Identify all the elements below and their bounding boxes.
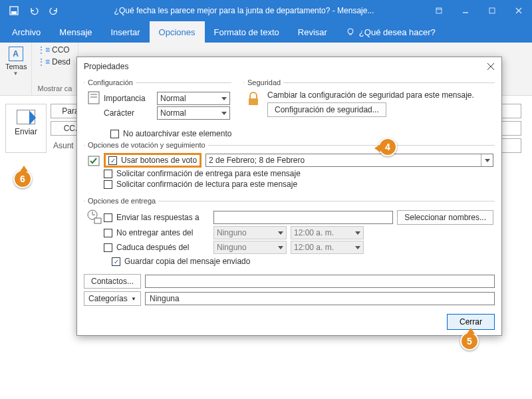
contacts-button[interactable]: Contactos...	[84, 274, 141, 289]
callout-6: 6	[13, 170, 32, 188]
delivery-receipt-checkbox[interactable]	[104, 170, 112, 178]
select-names-button[interactable]: Seleccionar nombres...	[397, 210, 493, 225]
tab-opciones[interactable]: Opciones	[150, 21, 205, 43]
svg-rect-12	[88, 92, 99, 104]
tab-archivo[interactable]: Archivo	[3, 21, 50, 43]
sensitivity-label: Carácter	[104, 108, 152, 118]
security-legend: Seguridad	[245, 78, 283, 86]
save-copy-label: Guardar copia del mensaje enviado	[124, 257, 250, 266]
undo-icon[interactable]	[25, 2, 43, 19]
reply-to-field[interactable]	[213, 211, 393, 224]
show-group-label: Mostrar ca	[37, 84, 72, 92]
importance-combo[interactable]: Normal	[157, 92, 230, 105]
from-label: Desd	[52, 57, 70, 66]
callout-5: 5	[460, 332, 479, 350]
dialog-close-icon[interactable]	[484, 60, 497, 73]
save-copy-checkbox[interactable]	[112, 257, 120, 266]
tab-mensaje[interactable]: Mensaje	[50, 21, 101, 43]
chevron-down-icon[interactable]	[481, 154, 493, 166]
cco-label: CCO	[52, 45, 70, 55]
svg-point-8	[348, 29, 353, 34]
categories-button[interactable]: Categorías▼	[84, 291, 141, 306]
expires-date[interactable]: Ninguno	[213, 241, 287, 254]
security-settings-button[interactable]: Configuración de seguridad...	[267, 102, 386, 117]
svg-rect-1	[11, 11, 17, 14]
window-title: ¿Qué fecha les parece mejor para la junt…	[63, 6, 426, 15]
tell-me[interactable]: ¿Qué desea hacer?	[336, 21, 445, 43]
send-label: Enviar	[15, 127, 37, 136]
expires-checkbox[interactable]	[104, 243, 112, 252]
voting-legend: Opciones de votación y seguimiento	[85, 141, 208, 149]
svg-rect-20	[94, 218, 101, 223]
cco-button[interactable]: ⋮≡CCO	[37, 45, 72, 55]
chevron-down-icon[interactable]: ▼	[5, 70, 26, 76]
from-button[interactable]: ⋮≡Desd	[37, 57, 72, 66]
restore-up-icon[interactable]	[426, 0, 452, 21]
deliver-after-time[interactable]: 12:00 a. m.	[291, 226, 364, 239]
tab-revisar[interactable]: Revisar	[289, 21, 336, 43]
reply-to-label: Enviar las respuestas a	[116, 213, 209, 222]
read-receipt-checkbox[interactable]	[104, 180, 112, 189]
importance-label: Importancia	[104, 94, 152, 103]
dialog-title: Propiedades	[84, 62, 128, 71]
ribbon-tabs: Archivo Mensaje Insertar Opciones Format…	[0, 21, 532, 43]
expires-time[interactable]: 12:00 a. m.	[291, 241, 364, 254]
delivery-legend: Opciones de entrega	[85, 197, 158, 205]
svg-rect-15	[249, 98, 258, 105]
svg-rect-2	[436, 8, 442, 13]
themes-icon[interactable]: A	[9, 47, 23, 61]
save-icon[interactable]	[5, 2, 23, 19]
contacts-field[interactable]	[145, 275, 495, 288]
categories-field[interactable]: Ninguna	[145, 292, 495, 305]
deliver-after-label: No entregar antes del	[116, 228, 209, 237]
config-legend: Configuración	[85, 78, 136, 86]
deliver-after-checkbox[interactable]	[104, 229, 112, 237]
maximize-icon[interactable]	[479, 0, 505, 21]
voting-buttons-combo[interactable]: 2 de Febrero; 8 de Febrero	[205, 154, 493, 167]
tab-formato[interactable]: Formato de texto	[205, 21, 289, 43]
voting-icon	[86, 153, 102, 169]
redo-icon[interactable]	[45, 2, 63, 19]
no-autoarchive-checkbox[interactable]	[110, 130, 119, 138]
properties-icon	[87, 90, 102, 105]
close-icon[interactable]	[505, 0, 532, 21]
use-voting-label: Usar botones de voto	[121, 156, 197, 165]
security-desc: Cambiar la configuración de seguridad pa…	[267, 90, 474, 100]
voting-value: 2 de Febrero; 8 de Febrero	[209, 156, 305, 165]
delivery-receipt-label: Solicitar confirmación de entrega para e…	[116, 169, 301, 178]
no-autoarchive-label: No autoarchivar este elemento	[123, 129, 231, 138]
use-voting-highlight: Usar botones de voto	[104, 153, 201, 168]
delivery-icon	[86, 209, 102, 225]
title-bar: ¿Qué fecha les parece mejor para la junt…	[0, 0, 532, 21]
deliver-after-date[interactable]: Ninguno	[213, 226, 287, 239]
categories-label: Categorías	[88, 294, 128, 303]
use-voting-checkbox[interactable]	[108, 156, 117, 165]
tab-insertar[interactable]: Insertar	[102, 21, 150, 43]
sensitivity-combo[interactable]: Normal	[157, 106, 230, 120]
minimize-icon[interactable]	[452, 0, 479, 21]
send-button[interactable]: Enviar	[5, 104, 47, 153]
callout-4: 4	[378, 138, 397, 156]
lightbulb-icon	[346, 27, 355, 37]
svg-rect-5	[489, 8, 495, 13]
reply-to-checkbox[interactable]	[104, 213, 112, 222]
read-receipt-label: Solicitar confirmación de lectura para e…	[116, 180, 297, 189]
chevron-down-icon: ▼	[131, 296, 136, 302]
expires-label: Caduca después del	[116, 243, 209, 252]
properties-dialog: Propiedades Configuración ImportanciaNor…	[76, 57, 502, 336]
themes-label[interactable]: Temas	[5, 63, 26, 70]
send-icon	[17, 110, 35, 124]
categories-value: Ninguna	[150, 294, 180, 303]
tell-me-label: ¿Qué desea hacer?	[359, 27, 436, 37]
lock-icon	[245, 90, 262, 108]
